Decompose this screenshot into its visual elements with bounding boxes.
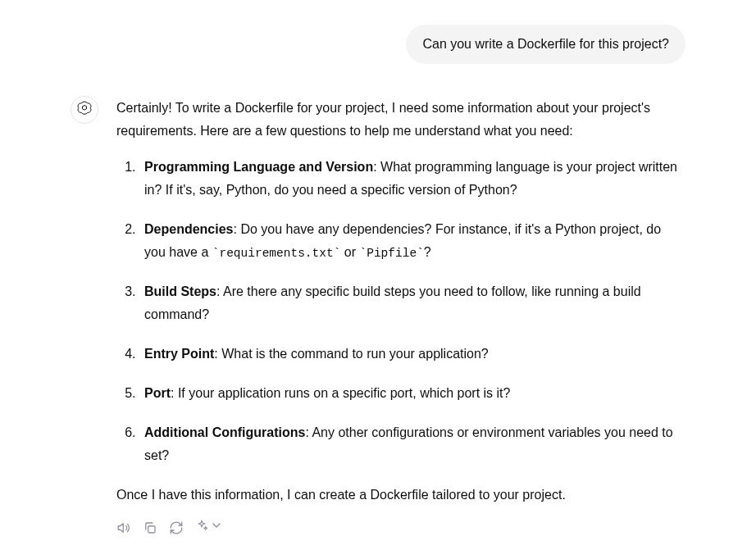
sparkle-icon [195, 516, 208, 539]
list-item: Programming Language and Version: What p… [139, 156, 685, 202]
list-item: Additional Configurations: Any other con… [139, 421, 685, 467]
assistant-intro: Certainly! To write a Dockerfile for you… [116, 97, 685, 143]
question-body-suffix: ? [424, 245, 431, 259]
question-title: Programming Language and Version [144, 160, 373, 174]
question-title: Dependencies [144, 222, 233, 236]
read-aloud-button[interactable] [116, 520, 131, 535]
user-message-row: Can you write a Dockerfile for this proj… [71, 25, 685, 64]
regenerate-button[interactable] [169, 520, 184, 535]
code-snippet: `requirements.txt` [212, 247, 341, 260]
question-title: Additional Configurations [144, 425, 305, 439]
assistant-message-row: Certainly! To write a Dockerfile for you… [71, 97, 685, 539]
question-body: : If your application runs on a specific… [171, 386, 510, 400]
speaker-icon [116, 520, 131, 535]
change-model-button[interactable] [195, 516, 223, 539]
assistant-outro: Once I have this information, I can crea… [116, 484, 685, 507]
refresh-icon [169, 520, 184, 535]
openai-icon [76, 100, 93, 120]
chat-container: Can you write a Dockerfile for this proj… [54, 0, 702, 539]
chevron-down-icon [210, 516, 223, 539]
copy-button[interactable] [143, 520, 157, 535]
list-item: Port: If your application runs on a spec… [139, 382, 685, 405]
list-item: Build Steps: Are there any specific buil… [139, 280, 685, 326]
user-message-bubble: Can you write a Dockerfile for this proj… [406, 25, 685, 64]
message-action-bar [116, 516, 685, 539]
question-title: Entry Point [144, 347, 214, 361]
code-snippet: `Pipfile` [360, 247, 424, 260]
question-title: Build Steps [144, 284, 216, 298]
user-message-text: Can you write a Dockerfile for this proj… [422, 37, 669, 51]
question-body-mid: or [340, 245, 359, 259]
svg-rect-0 [148, 526, 155, 533]
questions-list: Programming Language and Version: What p… [116, 156, 685, 467]
list-item: Entry Point: What is the command to run … [139, 343, 685, 366]
copy-icon [143, 520, 157, 535]
question-body: : Are there any specific build steps you… [144, 284, 641, 321]
assistant-message-content: Certainly! To write a Dockerfile for you… [116, 97, 685, 539]
question-title: Port [144, 386, 171, 400]
question-body: : What is the command to run your applic… [214, 347, 488, 361]
assistant-avatar [71, 96, 98, 124]
list-item: Dependencies: Do you have any dependenci… [139, 218, 685, 264]
